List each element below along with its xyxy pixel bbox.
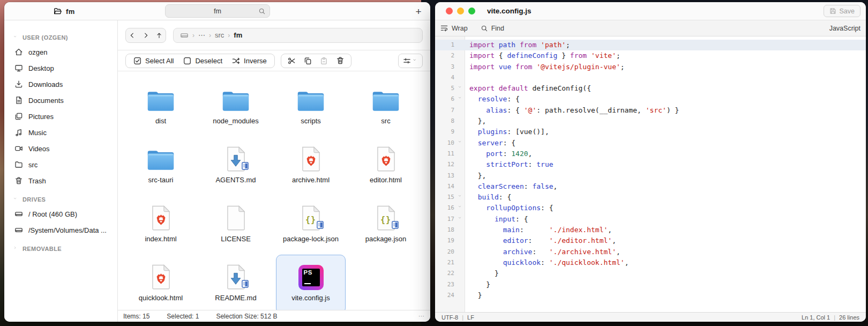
line-ending-indicator[interactable]: LF [467,314,474,321]
forward-button[interactable] [142,32,149,39]
sliders-icon [403,57,411,65]
code-line-4[interactable]: 4 [435,72,866,83]
select-all-button[interactable]: Select All [129,54,178,68]
breadcrumb[interactable]: › ⋯ › src › fm [173,28,423,43]
paste-button[interactable] [316,54,332,68]
breadcrumb-collapsed[interactable]: ⋯ [198,31,205,39]
view-options-button[interactable] [398,54,423,68]
sidebar-item-system-volumes-data[interactable]: /System/Volumes/Data ... [4,222,117,238]
copy-icon [304,57,312,65]
breadcrumb-current[interactable]: fm [234,31,242,39]
file-item-package-json[interactable]: {}package.json [351,196,421,255]
code-line-13[interactable]: 13 }, [435,171,866,181]
cut-button[interactable] [284,54,300,68]
line-number: 11 [435,149,454,159]
back-button[interactable] [129,32,136,39]
fm-tab[interactable]: fm [54,2,75,20]
code-line-12[interactable]: 12 strictPort: true [435,159,866,170]
deselect-button[interactable]: Deselect [178,54,227,68]
sidebar-section-drives[interactable]: DRIVES [4,193,117,206]
file-item-scripts[interactable]: scripts [276,78,346,137]
folder-icon [14,160,23,169]
file-item-src[interactable]: src [351,78,421,137]
code-line-9[interactable]: 9 plugins: [vue()], [435,127,866,137]
file-item-dist[interactable]: dist [126,78,196,137]
sidebar-item-videos[interactable]: Videos [4,140,117,157]
file-item-index-html[interactable]: index.html [126,196,196,255]
code-line-16[interactable]: 16 rollupOptions: { [435,203,866,213]
syntax-mode-select[interactable]: JavaScript [829,25,860,32]
save-icon [829,8,836,14]
sidebar-item-label: src [28,161,38,169]
fold-toggle-icon[interactable] [457,83,465,94]
sidebar-item-downloads[interactable]: Downloads [4,76,117,92]
sidebar-section-removable[interactable]: REMOVABLE [4,242,117,255]
sidebar-section-user-ozgen-[interactable]: USER (OZGEN) [4,31,117,44]
new-tab-button[interactable]: + [411,4,426,19]
editor-toolbar: Wrap Find JavaScript [435,20,866,36]
copy-button[interactable] [300,54,316,68]
code-line-23[interactable]: 23 } [435,279,866,290]
wrap-toggle[interactable]: Wrap [440,24,468,32]
file-item-archive-html[interactable]: archive.html [276,137,346,196]
code-line-5[interactable]: 5export default defineConfig({ [435,83,866,94]
file-item-readme-md[interactable]: README.md [201,255,271,310]
sidebar-item-documents[interactable]: Documents [4,92,117,108]
code-line-8[interactable]: 8 }, [435,116,866,127]
code-line-11[interactable]: 11 port: 1420, [435,149,866,159]
inverse-button[interactable]: Inverse [227,54,272,68]
save-button[interactable]: Save [824,5,861,17]
code-editor-area[interactable]: 1import path from 'path';2import { defin… [435,36,866,312]
line-number: 1 [435,40,454,50]
sidebar-item-root-460-gb[interactable]: / Root (460 GB) [4,206,117,222]
sidebar-item-label: ozgen [28,48,47,56]
sidebar-item-trash[interactable]: Trash [4,173,117,189]
folder-file-icon [221,82,251,113]
find-button[interactable]: Find [481,25,504,32]
code-line-3[interactable]: 3import vue from '@vitejs/plugin-vue'; [435,62,866,72]
sidebar-item-src[interactable]: src [4,157,117,173]
sidebar-item-music[interactable]: Music [4,124,117,140]
code-text: } [469,268,866,279]
close-button[interactable] [446,8,453,14]
fold-toggle-icon[interactable] [457,138,465,149]
code-line-15[interactable]: 15 build: { [435,192,866,203]
code-line-21[interactable]: 21 quicklook: './quicklook.html', [435,257,866,268]
file-item-quicklook-html[interactable]: quicklook.html [126,255,196,310]
fold-toggle-icon[interactable] [457,192,465,203]
breadcrumb-src[interactable]: src [215,31,224,39]
code-line-2[interactable]: 2import { defineConfig } from 'vite'; [435,50,866,61]
search-input[interactable]: fm [165,4,270,18]
delete-button[interactable] [332,54,348,68]
code-line-7[interactable]: 7 alias: { '@': path.resolve(__dirname, … [435,105,866,116]
code-line-22[interactable]: 22 } [435,268,866,279]
file-item-license[interactable]: LICENSE [201,196,271,255]
code-line-1[interactable]: 1import path from 'path'; [435,40,866,50]
sidebar-item-desktop[interactable]: Desktop [4,60,117,76]
code-line-18[interactable]: 18 main: './index.html', [435,225,866,235]
up-button[interactable] [155,32,163,39]
code-line-17[interactable]: 17 input: { [435,214,866,225]
zoom-button[interactable] [468,8,475,14]
file-item-src-tauri[interactable]: src-tauri [126,137,196,196]
code-line-24[interactable]: 24 } [435,290,866,301]
sidebar-item-ozgen[interactable]: ozgen [4,44,117,60]
file-item-editor-html[interactable]: editor.html [351,137,421,196]
code-line-10[interactable]: 10 server: { [435,138,866,149]
code-line-6[interactable]: 6 resolve: { [435,94,866,105]
code-line-14[interactable]: 14 clearScreen: false, [435,181,866,192]
wrap-icon [440,24,448,32]
fold-toggle-icon[interactable] [457,94,465,105]
file-item-agents-md[interactable]: AGENTS.md [201,137,271,196]
section-label: USER (OZGEN) [23,34,68,41]
file-item-vite-config-js[interactable]: PSvite.config.js [276,255,346,310]
code-line-19[interactable]: 19 editor: './editor.html', [435,235,866,246]
file-item-package-lock-json[interactable]: {}package-lock.json [276,196,346,255]
encoding-indicator[interactable]: UTF-8 [442,314,458,321]
file-item-node-modules[interactable]: node_modules [201,78,271,137]
fold-toggle-icon[interactable] [457,203,465,213]
code-line-20[interactable]: 20 archive: './archive.html', [435,247,866,257]
sidebar-item-pictures[interactable]: Pictures [4,108,117,124]
fold-toggle-icon[interactable] [457,214,465,225]
minimize-button[interactable] [457,8,464,14]
